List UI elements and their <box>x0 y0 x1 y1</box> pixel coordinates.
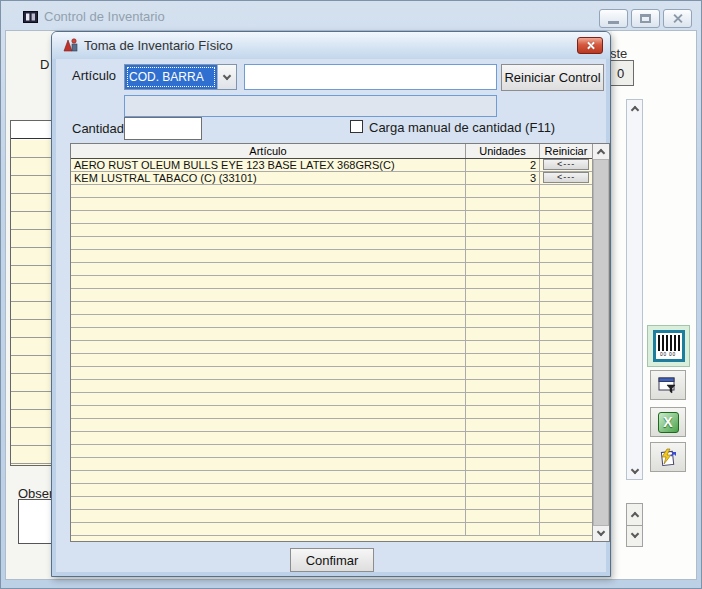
scrollbar-thumb[interactable] <box>593 159 609 526</box>
header-articulo: Artículo <box>71 144 465 158</box>
cell-articulo <box>71 341 465 353</box>
cell-unidades <box>465 328 539 340</box>
cell-unidades <box>465 289 539 301</box>
cell-unidades <box>465 510 539 522</box>
clipped-label-left: D <box>40 57 49 72</box>
cell-reiniciar <box>539 237 592 249</box>
scroll-up-icon[interactable] <box>627 100 642 116</box>
cell-articulo <box>71 289 465 301</box>
edit-document-button[interactable] <box>650 442 686 472</box>
scroll-down-icon[interactable] <box>627 463 642 479</box>
combo-dropdown-button[interactable] <box>217 65 236 89</box>
cell-unidades <box>465 211 539 223</box>
cell-articulo <box>71 393 465 405</box>
table-row <box>71 315 592 328</box>
cell-unidades <box>465 497 539 509</box>
maximize-icon <box>640 14 651 23</box>
table-row <box>71 276 592 289</box>
cell-reiniciar <box>539 380 592 392</box>
cantidad-input[interactable] <box>124 117 202 140</box>
cell-articulo: AERO RUST OLEUM BULLS EYE 123 BASE LATEX… <box>71 159 465 171</box>
background-grid-header <box>11 121 54 139</box>
cell-unidades <box>465 445 539 457</box>
reset-row-button[interactable]: <--- <box>543 159 589 170</box>
excel-icon: X <box>658 412 679 433</box>
parent-window-title: Control de Inventario <box>44 9 165 24</box>
table-row <box>71 328 592 341</box>
cell-articulo <box>71 302 465 314</box>
table-row <box>71 289 592 302</box>
spinner-down-button[interactable] <box>626 526 643 548</box>
dialog-title: Toma de Inventario Físico <box>84 38 233 53</box>
form-filter-button[interactable] <box>650 370 686 400</box>
table-row <box>71 406 592 419</box>
table-row <box>71 250 592 263</box>
header-reiniciar: Reiniciar <box>539 144 592 158</box>
barcode-icon: 00 00 <box>653 330 685 362</box>
cell-reiniciar <box>539 198 592 210</box>
search-mode-combobox[interactable]: COD. BARRA <box>124 64 237 90</box>
cell-reiniciar <box>539 224 592 236</box>
spinner-up-button[interactable] <box>626 503 643 526</box>
dialog-icon <box>62 37 78 53</box>
existence-value-field: 0 <box>607 60 634 86</box>
cell-articulo <box>71 510 465 522</box>
table-row <box>71 432 592 445</box>
scroll-down-icon[interactable] <box>593 526 609 541</box>
cell-unidades <box>465 185 539 197</box>
barcode-input[interactable] <box>244 64 497 90</box>
manual-quantity-label: Carga manual de cantidad (F11) <box>369 120 555 135</box>
cell-reiniciar <box>539 185 592 197</box>
scroll-up-icon[interactable] <box>593 144 609 159</box>
cell-articulo <box>71 484 465 496</box>
cell-reiniciar: <--- <box>539 159 592 171</box>
reiniciar-control-button[interactable]: Reiniciar Control <box>501 64 604 91</box>
cell-reiniciar <box>539 315 592 327</box>
cell-reiniciar <box>539 510 592 522</box>
cell-unidades <box>465 380 539 392</box>
parent-titlebar[interactable]: Control de Inventario <box>1 1 701 30</box>
cell-unidades <box>465 471 539 483</box>
window-close-button[interactable] <box>663 9 692 28</box>
cell-reiniciar <box>539 289 592 301</box>
table-row <box>71 393 592 406</box>
cell-articulo <box>71 185 465 197</box>
inventory-table-header: Artículo Unidades Reiniciar <box>71 144 592 159</box>
table-row[interactable]: AERO RUST OLEUM BULLS EYE 123 BASE LATEX… <box>71 159 592 172</box>
minimize-button[interactable] <box>599 9 628 28</box>
table-row <box>71 263 592 276</box>
observations-field[interactable] <box>18 499 54 544</box>
cell-unidades <box>465 276 539 288</box>
table-row <box>71 471 592 484</box>
cell-reiniciar <box>539 354 592 366</box>
table-row <box>71 185 592 198</box>
cell-unidades <box>465 354 539 366</box>
dialog-titlebar[interactable]: Toma de Inventario Físico <box>52 32 610 59</box>
table-row <box>71 523 592 536</box>
manual-quantity-checkbox[interactable] <box>350 120 363 133</box>
export-excel-button[interactable]: X <box>650 407 686 437</box>
chevron-down-icon <box>223 71 231 79</box>
barcode-scan-button[interactable]: 00 00 <box>647 325 690 367</box>
window-funnel-icon <box>658 377 678 394</box>
table-row[interactable]: KEM LUSTRAL TABACO (C) (33101)3<--- <box>71 172 592 185</box>
cell-unidades <box>465 419 539 431</box>
cell-articulo <box>71 263 465 275</box>
dialog-close-button[interactable] <box>577 37 603 54</box>
control-inventario-window: Control de Inventario D ste 0 Obser <box>0 0 702 589</box>
close-icon <box>672 13 683 24</box>
reset-row-button[interactable]: <--- <box>543 172 589 183</box>
cell-articulo <box>71 380 465 392</box>
table-row <box>71 510 592 523</box>
confirm-button[interactable]: Confimar <box>290 548 374 572</box>
table-vertical-scrollbar[interactable] <box>592 144 609 541</box>
cantidad-label: Cantidad <box>72 121 124 136</box>
cell-reiniciar <box>539 497 592 509</box>
maximize-button[interactable] <box>631 9 660 28</box>
cell-reiniciar <box>539 419 592 431</box>
cell-reiniciar <box>539 406 592 418</box>
parent-vertical-scrollbar[interactable] <box>626 99 643 480</box>
app-icon <box>23 10 38 24</box>
table-row <box>71 211 592 224</box>
cell-reiniciar <box>539 302 592 314</box>
